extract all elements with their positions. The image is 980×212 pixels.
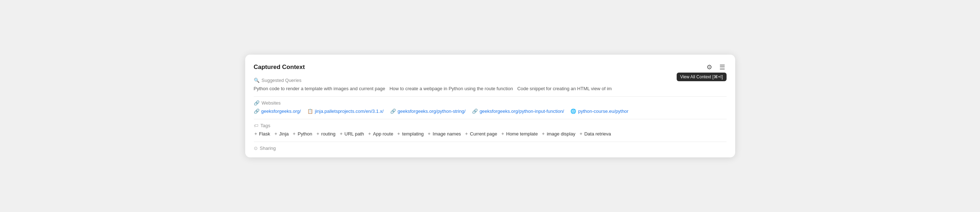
website-item[interactable]: 🌐 python-course.eu/pythor <box>570 108 628 114</box>
link-icon: 🔗 <box>254 100 259 106</box>
tag-cross-icon: ✦ <box>292 131 296 137</box>
header-icons: ⚙ ☰ View All Context [⌘+I] <box>705 62 727 73</box>
tag-cross-icon: ✦ <box>316 131 320 137</box>
websites-section: 🔗 Websites 🔗 geeksforgeeks.org/ 📋 jinja.… <box>254 100 727 114</box>
tag-item-flask[interactable]: ✦ Flask <box>254 131 270 137</box>
tag-item-current-page[interactable]: ✦ Current page <box>465 131 497 137</box>
tags-section: 🏷 Tags ✦ Flask ✦ Jinja ✦ Python ✦ routin… <box>254 123 727 137</box>
card-title: Captured Context <box>254 64 305 71</box>
menu-button[interactable]: ☰ <box>718 62 727 73</box>
tag-item-image-display[interactable]: ✦ image display <box>541 131 576 137</box>
tag-item-templating[interactable]: ✦ templating <box>397 131 423 137</box>
tag-cross-icon: ✦ <box>427 131 431 137</box>
view-all-context-tooltip[interactable]: View All Context [⌘+I] <box>677 73 727 81</box>
site-icon: 🌐 <box>570 108 576 114</box>
tag-icon: 🏷 <box>254 123 258 128</box>
site-icon: 📋 <box>307 108 313 114</box>
tag-item-home-template[interactable]: ✦ Home template <box>501 131 538 137</box>
tags-label: 🏷 Tags <box>254 123 727 128</box>
tag-item-jinja[interactable]: ✦ Jinja <box>274 131 289 137</box>
tag-item-routing[interactable]: ✦ routing <box>316 131 336 137</box>
captured-context-card: Captured Context ⚙ ☰ View All Context [⌘… <box>245 54 735 158</box>
tag-cross-icon: ✦ <box>465 131 468 137</box>
tag-cross-icon: ✦ <box>274 131 278 137</box>
tag-cross-icon: ✦ <box>501 131 505 137</box>
tag-item-image-names[interactable]: ✦ Image names <box>427 131 461 137</box>
websites-row: 🔗 geeksforgeeks.org/ 📋 jinja.palletsproj… <box>254 108 727 114</box>
divider-2 <box>254 119 727 119</box>
query-item[interactable]: Code snippet for creating an HTML view o… <box>517 86 616 91</box>
tag-cross-icon: ✦ <box>579 131 583 137</box>
queries-row: Python code to render a template with im… <box>254 86 727 91</box>
tag-cross-icon: ✦ <box>339 131 343 137</box>
suggested-queries-label: 🔍 Suggested Queries <box>254 78 727 83</box>
tag-item-data-retrieva[interactable]: ✦ Data retrieva <box>579 131 611 137</box>
tag-cross-icon: ✦ <box>397 131 401 137</box>
site-icon: 🔗 <box>390 108 396 114</box>
tag-item-python[interactable]: ✦ Python <box>292 131 312 137</box>
search-icon: 🔍 <box>254 78 259 83</box>
gear-icon: ⚙ <box>706 63 712 71</box>
websites-label: 🔗 Websites <box>254 100 727 106</box>
tag-item-url-path[interactable]: ✦ URL path <box>339 131 364 137</box>
site-icon: 🔗 <box>254 108 259 114</box>
website-item[interactable]: 🔗 geeksforgeeks.org/python-string/ <box>390 108 466 114</box>
tag-cross-icon: ✦ <box>368 131 372 137</box>
divider-1 <box>254 96 727 97</box>
tag-cross-icon: ✦ <box>541 131 545 137</box>
query-item[interactable]: Python code to render a template with im… <box>254 86 390 91</box>
site-icon: 🔗 <box>472 108 478 114</box>
card-header: Captured Context ⚙ ☰ View All Context [⌘… <box>254 62 727 73</box>
divider-3 <box>254 142 727 142</box>
tags-row: ✦ Flask ✦ Jinja ✦ Python ✦ routing ✦ URL… <box>254 131 727 137</box>
sharing-section: ⊙ Sharing <box>254 145 727 151</box>
website-item[interactable]: 📋 jinja.palletsprojects.com/en/3.1.x/ <box>307 108 383 114</box>
menu-icon: ☰ <box>719 63 725 71</box>
website-item[interactable]: 🔗 geeksforgeeks.org/python-input-functio… <box>472 108 564 114</box>
website-item[interactable]: 🔗 geeksforgeeks.org/ <box>254 108 301 114</box>
sharing-icon: ⊙ <box>254 145 258 151</box>
query-item[interactable]: How to create a webpage in Python using … <box>390 86 517 91</box>
tag-cross-icon: ✦ <box>254 131 258 137</box>
tag-item-app-route[interactable]: ✦ App route <box>368 131 393 137</box>
gear-button[interactable]: ⚙ <box>705 62 714 73</box>
suggested-queries-section: 🔍 Suggested Queries Python code to rende… <box>254 78 727 91</box>
